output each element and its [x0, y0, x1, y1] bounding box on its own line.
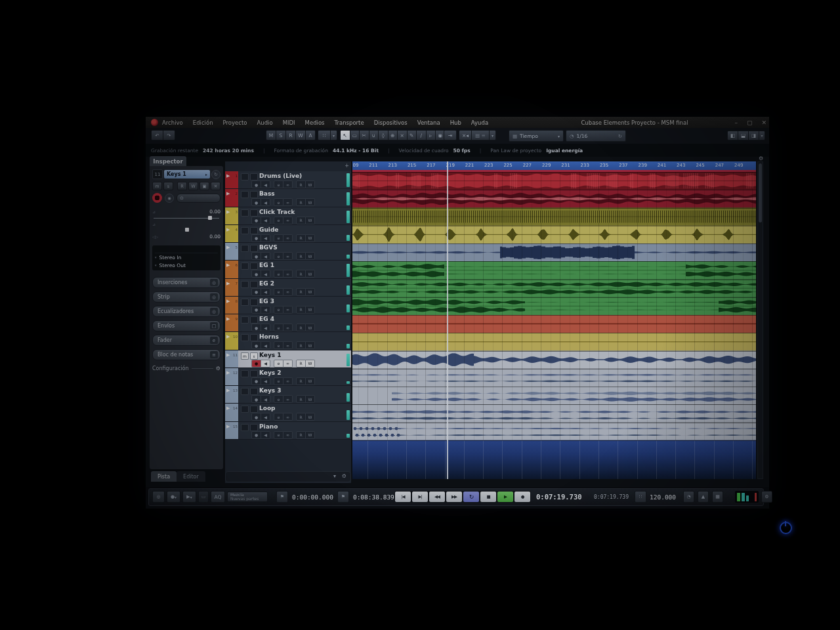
track-row-eg-4[interactable]: ▶9EG 4●◀e∞RW	[225, 314, 351, 332]
solo-button[interactable]	[250, 245, 258, 252]
solo-button[interactable]	[250, 316, 258, 324]
solo-button[interactable]	[250, 388, 258, 395]
mute-button[interactable]	[241, 334, 249, 341]
read-automation-button[interactable]: R	[296, 234, 306, 242]
read-automation-button[interactable]: R	[296, 270, 306, 278]
state-button-r[interactable]: R	[285, 130, 295, 140]
goto-end-button[interactable]: ▶|	[412, 492, 428, 502]
track-name[interactable]: Keys 3	[259, 387, 282, 394]
track-name[interactable]: EG 2	[259, 280, 274, 287]
exchange-time-icon[interactable]: ∷	[635, 491, 646, 503]
freeze-button[interactable]: ∞	[284, 413, 293, 421]
tab-editor[interactable]: Editor	[177, 471, 205, 482]
read-automation-button[interactable]: R	[296, 324, 306, 331]
track-row-guide[interactable]: ▶4Guide●◀e∞RW	[225, 225, 351, 243]
edit-channel-button[interactable]: e	[274, 341, 284, 349]
freeze-button[interactable]: ∞	[284, 234, 293, 242]
freeze-button[interactable]: ∞	[284, 341, 293, 349]
monitor-button[interactable]: ◀	[261, 270, 270, 278]
read-automation-button[interactable]: R	[177, 182, 187, 190]
edit-channel-button[interactable]: e	[274, 198, 284, 206]
cycle-button[interactable]: ↻	[463, 492, 479, 502]
monitor-button[interactable]: ◀	[261, 431, 270, 439]
track-name[interactable]: Keys 2	[259, 369, 282, 376]
edit-channel-button[interactable]: e	[274, 377, 284, 385]
event-display[interactable]: 2092112132152172192212232252272292312332…	[352, 161, 756, 479]
record-enable-button[interactable]: ●	[251, 306, 261, 314]
left-locator-flag-icon[interactable]: ⚑	[276, 491, 288, 503]
monitor-button[interactable]: ◀	[261, 217, 270, 224]
freeze-button[interactable]: ∞	[284, 252, 293, 260]
freeze-button[interactable]: ∞	[284, 377, 293, 385]
edit-channel-icon[interactable]: ↻	[211, 170, 220, 179]
zoom-tool-icon[interactable]: ⊕	[388, 130, 398, 140]
state-button-m[interactable]: M	[266, 130, 276, 140]
transport-options-icon[interactable]: ◎	[152, 491, 165, 503]
mute-button[interactable]: m	[152, 182, 162, 190]
record-enable-button[interactable]: ●	[251, 252, 261, 260]
write-automation-button[interactable]: W	[306, 234, 315, 242]
write-automation-button[interactable]: W	[306, 180, 315, 188]
sends-icon[interactable]: □	[210, 322, 218, 329]
snap-icon[interactable]: ×◂	[459, 130, 471, 140]
right-locator-time[interactable]: 0:08:38.839	[353, 494, 394, 501]
track-name[interactable]: Piano	[259, 423, 278, 430]
menu-item-proyecto[interactable]: Proyecto	[223, 119, 247, 126]
menu-item-archivo[interactable]: Archivo	[162, 119, 183, 126]
read-automation-button[interactable]: R	[296, 252, 306, 260]
tab-pista[interactable]: Pista	[151, 471, 177, 482]
edit-channel-button[interactable]: e	[274, 288, 284, 296]
record-enable-button[interactable]: ●	[251, 360, 261, 368]
freeze-button[interactable]: ∞	[284, 431, 293, 439]
read-automation-button[interactable]: R	[296, 431, 306, 439]
record-mode-select[interactable]: MezclaNuevas partes	[227, 492, 268, 502]
record-mode-button[interactable]: ●▾	[167, 491, 180, 503]
mute-button[interactable]	[241, 281, 249, 288]
secondary-time-display[interactable]: 0:07:19.739	[594, 494, 629, 500]
write-automation-button[interactable]: W	[188, 182, 198, 190]
mute-button[interactable]	[241, 191, 249, 198]
inspector-tab[interactable]: Inspector	[150, 156, 186, 166]
timeline-ruler[interactable]: 2092112132152172192212232252272292312332…	[352, 161, 756, 172]
track-list-scrollbar[interactable]: ▾ ⚙	[225, 471, 351, 482]
quantize-select[interactable]: ◔ 1/16 ↻	[566, 130, 626, 142]
menu-item-ayuda[interactable]: Ayuda	[471, 119, 488, 126]
menu-item-dispositivos[interactable]: Dispositivos	[374, 119, 408, 126]
chevron-down-icon[interactable]: ▾	[489, 130, 496, 140]
close-icon[interactable]: ✕	[761, 119, 766, 126]
lock-icon[interactable]: ✕	[211, 182, 220, 190]
add-track-icon[interactable]: +	[345, 163, 349, 169]
edit-channel-button[interactable]: e	[274, 234, 284, 242]
redo-icon[interactable]: ↷	[163, 130, 175, 140]
menu-item-medios[interactable]: Medios	[305, 119, 325, 126]
arrangement-lanes[interactable]	[352, 172, 756, 479]
gear-icon[interactable]: ⚙	[216, 366, 220, 371]
draw-tool-icon[interactable]: ✎	[407, 130, 417, 140]
track-name[interactable]: BGVS	[259, 244, 278, 251]
inspector-section-bloc-de-notas[interactable]: Bloc de notas≡	[152, 349, 220, 360]
glue-tool-icon[interactable]: ∪	[369, 130, 379, 140]
menu-item-hub[interactable]: Hub	[450, 119, 461, 126]
solo-button[interactable]	[250, 191, 258, 198]
monitor-button[interactable]: ◀	[261, 377, 270, 385]
write-automation-button[interactable]: W	[306, 377, 315, 385]
track-row-bgvs[interactable]: ▶5BGVS●◀e∞RW	[225, 243, 351, 261]
right-zone-icon[interactable]: ◨	[748, 131, 759, 140]
split-tool-icon[interactable]: ✂	[359, 130, 369, 140]
freeze-button[interactable]: ∞	[284, 270, 293, 278]
solo-button[interactable]	[250, 173, 258, 180]
track-name[interactable]: Bass	[259, 190, 275, 197]
mute-button[interactable]	[241, 173, 249, 180]
track-name[interactable]: EG 1	[259, 262, 274, 268]
record-enable-button[interactable]: ●	[251, 270, 261, 278]
write-automation-button[interactable]: W	[306, 198, 315, 206]
track-row-horns[interactable]: ▶10Horns●◀e∞RW	[225, 332, 351, 350]
line-tool-icon[interactable]: ∕	[416, 130, 426, 140]
state-button-a[interactable]: A	[305, 130, 316, 140]
play-tool-icon[interactable]: ▹	[426, 130, 436, 140]
autoscroll-icon[interactable]: ⇥	[444, 130, 457, 140]
lower-zone-icon[interactable]: ⬓	[738, 131, 748, 140]
monitor-button[interactable]: ◀	[261, 288, 270, 296]
edit-channel-button[interactable]: e	[274, 252, 284, 260]
mute-button[interactable]	[241, 209, 249, 217]
